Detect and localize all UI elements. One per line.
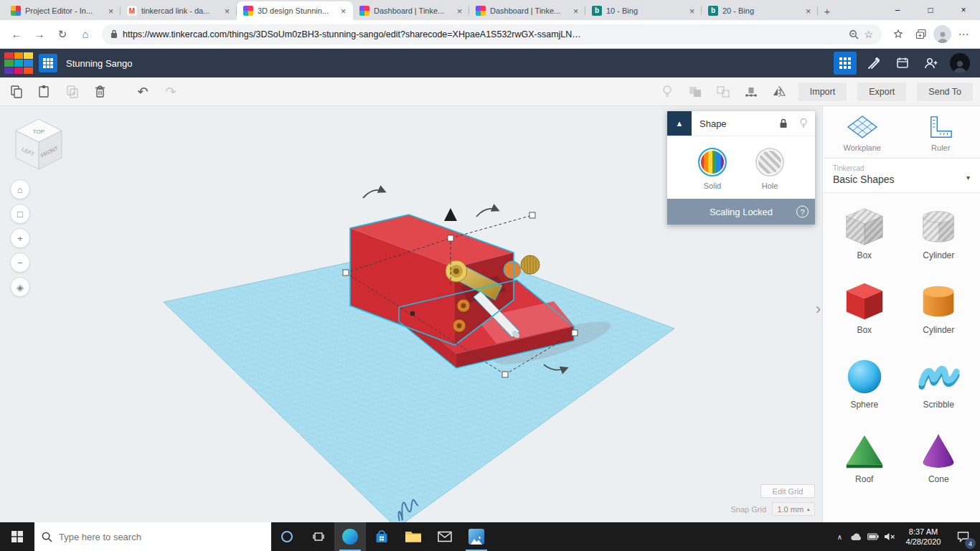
tab-bing-10[interactable]: b 10 - Bing × (585, 1, 702, 20)
group-icon[interactable] (687, 83, 704, 100)
copy-icon[interactable] (7, 83, 24, 100)
shape-box-red[interactable]: Box (842, 279, 887, 335)
browser-menu-icon[interactable]: ⋯ (953, 24, 974, 45)
start-button[interactable] (0, 522, 34, 551)
file-explorer-taskbar-button[interactable] (397, 522, 429, 551)
battery-icon[interactable] (864, 522, 881, 551)
shape-scribble[interactable]: Scribble (916, 354, 961, 410)
cortana-button[interactable] (271, 522, 303, 551)
align-icon[interactable] (743, 83, 760, 100)
tab-close-icon[interactable]: × (338, 6, 349, 17)
solid-option[interactable]: Solid (698, 148, 727, 190)
edge-taskbar-button[interactable] (334, 522, 366, 551)
scaling-locked-bar[interactable]: Scaling Locked ? (667, 199, 815, 225)
task-view-button[interactable] (303, 522, 334, 551)
shape-library-select[interactable]: Tinkercad Basic Shapes ▾ (823, 158, 980, 193)
tab-close-icon[interactable]: × (687, 6, 697, 17)
undo-icon[interactable]: ↶ (134, 83, 151, 100)
zoom-icon[interactable] (849, 29, 859, 39)
move-up-handle[interactable] (444, 208, 457, 221)
zoom-in-button[interactable]: + (10, 228, 30, 248)
window-close-button[interactable]: × (947, 0, 980, 20)
lock-icon[interactable] (775, 118, 792, 128)
tab-project-editor[interactable]: Project Editor - In... × (4, 1, 121, 20)
collections-icon[interactable] (910, 24, 932, 45)
hole-option[interactable]: Hole (755, 148, 784, 190)
invite-person-icon[interactable] (920, 52, 943, 75)
tab-close-icon[interactable]: × (454, 6, 465, 17)
bookmark-star-icon[interactable]: ☆ (864, 29, 873, 40)
redo-icon[interactable]: ↷ (162, 83, 179, 100)
fit-view-button[interactable]: □ (10, 204, 30, 224)
taskbar-search[interactable] (34, 522, 271, 551)
photos-icon (468, 529, 484, 545)
zoom-out-button[interactable]: − (10, 253, 30, 273)
snap-grid-select[interactable]: 1.0 mm ▴ (772, 502, 815, 516)
ruler-tool[interactable]: Ruler (902, 115, 980, 152)
tab-bing-20[interactable]: b 20 - Bing × (702, 1, 818, 20)
tray-expand-icon[interactable]: ∧ (831, 522, 848, 551)
tab-gmail[interactable]: M tinkercad link - da... × (121, 1, 237, 20)
new-tab-button[interactable]: + (818, 1, 837, 20)
onedrive-cloud-icon[interactable] (848, 522, 864, 551)
mail-taskbar-button[interactable] (429, 522, 461, 551)
gallery-icon[interactable] (891, 52, 914, 75)
home-view-button[interactable]: ⌂ (10, 179, 30, 199)
action-center-button[interactable]: 4 (949, 522, 976, 551)
export-button[interactable]: Export (857, 83, 906, 101)
shape-box-hole[interactable]: Box (842, 204, 887, 260)
duplicate-icon[interactable] (63, 83, 80, 100)
ungroup-icon[interactable] (715, 83, 732, 100)
workplane-tool[interactable]: Workplane (823, 115, 902, 152)
tinkercad-logo[interactable] (4, 52, 33, 74)
delete-icon[interactable] (91, 83, 108, 100)
editor-grid-icon[interactable] (39, 54, 57, 72)
taskbar-clock[interactable]: 8:37 AM 4/28/2020 (897, 527, 949, 547)
photos-taskbar-button[interactable] (461, 522, 492, 551)
user-avatar[interactable] (950, 53, 970, 73)
help-question-icon[interactable]: ? (796, 206, 809, 218)
favorites-icon[interactable] (887, 24, 909, 45)
view-cube[interactable]: TOP LEFT FRONT (9, 112, 69, 175)
panel-collapse-button[interactable]: ▲ (667, 111, 692, 136)
solid-swatch[interactable] (698, 148, 727, 176)
shape-roof[interactable]: Roof (842, 428, 887, 484)
show-all-icon[interactable] (659, 83, 676, 100)
shape-cylinder-hole[interactable]: Cylinder (916, 204, 961, 260)
dashboard-grid-button[interactable] (834, 52, 857, 75)
tab-3d-design-active[interactable]: 3D design Stunnin... × (237, 1, 353, 20)
design-name[interactable]: Stunning Sango (66, 58, 133, 69)
perspective-toggle-button[interactable]: ◈ (10, 277, 30, 297)
tinker-tools-icon[interactable] (862, 52, 885, 75)
volume-muted-icon[interactable] (881, 522, 897, 551)
shape-cylinder-orange[interactable]: Cylinder (916, 279, 961, 335)
tab-title: Project Editor - In... (25, 6, 101, 15)
hole-swatch[interactable] (755, 148, 784, 176)
tab-dashboard-1[interactable]: Dashboard | Tinke... × (353, 1, 469, 20)
view-cube-top-label[interactable]: TOP (33, 128, 44, 135)
edit-grid-button[interactable]: Edit Grid (760, 484, 815, 498)
forward-button[interactable]: → (29, 24, 50, 45)
sidebar-collapse-icon[interactable]: › (816, 301, 821, 317)
reload-button[interactable]: ↻ (52, 24, 73, 45)
shape-cone[interactable]: Cone (916, 428, 961, 484)
tab-close-icon[interactable]: × (222, 6, 232, 17)
window-minimize-button[interactable]: – (881, 0, 914, 20)
search-input[interactable] (59, 532, 264, 542)
store-taskbar-button[interactable] (366, 522, 397, 551)
browser-home-button[interactable]: ⌂ (75, 24, 96, 45)
tab-dashboard-2[interactable]: Dashboard | Tinke... × (469, 1, 585, 20)
back-button[interactable]: ← (6, 24, 27, 45)
window-maximize-button[interactable]: □ (914, 0, 947, 20)
send-to-button[interactable]: Send To (917, 83, 973, 101)
address-bar[interactable]: https://www.tinkercad.com/things/3DSoUm0… (102, 24, 882, 44)
shape-sphere[interactable]: Sphere (842, 354, 887, 410)
mirror-icon[interactable] (771, 83, 788, 100)
paste-icon[interactable] (35, 83, 52, 100)
hide-bulb-icon[interactable] (795, 118, 812, 129)
browser-profile-avatar[interactable] (933, 25, 951, 43)
tab-close-icon[interactable]: × (803, 6, 814, 17)
tab-close-icon[interactable]: × (570, 6, 581, 17)
tab-close-icon[interactable]: × (105, 6, 116, 17)
import-button[interactable]: Import (798, 83, 847, 101)
